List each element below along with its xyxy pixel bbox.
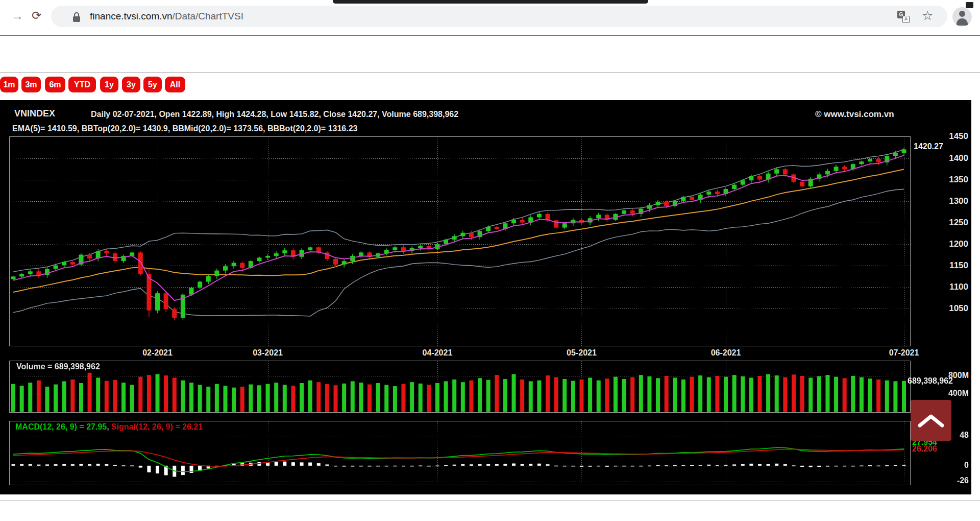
price-axis: 145014001350130012501200115011001050 (911, 100, 971, 346)
x-axis-month-label: 02-2021 (142, 348, 173, 358)
volume-chart-canvas[interactable] (10, 361, 910, 412)
page-bottom-divider (0, 501, 980, 501)
price-axis-label: 1150 (912, 260, 968, 271)
range-3m-button[interactable]: 3m (21, 77, 41, 92)
chart-symbol-title: VNINDEX (14, 108, 55, 119)
scroll-to-top-button[interactable] (911, 400, 951, 441)
translate-icon[interactable]: G A (897, 11, 910, 23)
price-chart-canvas[interactable] (10, 137, 910, 346)
volume-panel (9, 361, 911, 413)
range-1m-button[interactable]: 1m (0, 77, 18, 92)
url-domain: finance.tvsi.com.vn (90, 11, 173, 21)
range-1y-button[interactable]: 1y (100, 77, 118, 92)
price-axis-label: 1200 (912, 239, 968, 249)
price-axis-label: 1450 (912, 131, 968, 141)
x-axis-month-label: 03-2021 (253, 348, 283, 358)
chart-indicator-readout: EMA(5)= 1410.59, BBTop(20,2.0)= 1430.9, … (12, 124, 357, 133)
copyright-label: © www.tvsi.com.vn (815, 109, 894, 120)
price-axis-label: 1250 (912, 218, 968, 228)
volume-current-label: 689,398,962 (908, 376, 953, 386)
lock-icon[interactable] (72, 12, 81, 25)
range-ytd-button[interactable]: YTD (68, 77, 96, 92)
x-axis-month-label: 05-2021 (567, 348, 597, 358)
avatar-body (957, 18, 968, 26)
price-axis-label: 1100 (912, 282, 968, 292)
macd-title: MACD(12, 26, 9) = 27.95, Signal(12, 26, … (15, 422, 203, 432)
macd-title-separator: , (107, 422, 111, 431)
signal-title-value: Signal(12, 26, 9) = 26.21 (111, 422, 203, 431)
macd-axis-zero-label: 0 (929, 461, 969, 470)
macd-title-value: MACD(12, 26, 9) = 27.95 (15, 422, 107, 431)
x-axis: 02-202103-202104-202105-202106-202107-20… (10, 348, 910, 360)
volume-axis-400m-label: 400M (929, 389, 969, 398)
browser-chrome: → ⟳ finance.tvsi.com.vn/Data/ChartTVSI G… (0, 0, 980, 36)
url-path: /Data/ChartTVSI (173, 11, 243, 21)
chart-toolbar: Symbol: Draw Daily Type: Candlesticks Se… (0, 36, 980, 73)
range-all-button[interactable]: All (165, 77, 185, 92)
range-5y-button[interactable]: 5y (143, 77, 162, 92)
avatar-head (959, 11, 965, 17)
last-price-label: 1420.27 (914, 142, 943, 151)
price-axis-label: 1050 (912, 303, 968, 314)
range-3y-button[interactable]: 3y (122, 77, 140, 92)
chart-ohlc-readout: Daily 02-07-2021, Open 1422.89, High 142… (91, 110, 458, 119)
x-axis-month-label: 06-2021 (711, 348, 741, 358)
price-axis-label: 1400 (912, 153, 968, 163)
reload-icon[interactable]: ⟳ (32, 9, 41, 22)
url-text[interactable]: finance.tvsi.com.vn/Data/ChartTVSI (90, 11, 243, 22)
volume-title: Volume = 689,398,962 (16, 362, 100, 371)
x-axis-month-label: 07-2021 (889, 348, 919, 358)
chevron-up-icon (917, 413, 945, 428)
bookmark-star-icon[interactable]: ☆ (922, 8, 933, 23)
macd-axis-low-label: -26 (929, 476, 969, 485)
translate-icon-front: A (902, 16, 910, 23)
signal-current-label: 26.206 (912, 444, 937, 454)
time-range-bar: 1m 3m 6m YTD 1y 3y 5y All (0, 73, 980, 100)
forward-icon[interactable]: → (11, 9, 23, 23)
x-axis-month-label: 04-2021 (423, 348, 453, 358)
tab-bar-notch (966, 2, 973, 8)
tab-bar-remnant (333, 0, 648, 4)
range-6m-button[interactable]: 6m (45, 77, 65, 92)
price-axis-label: 1350 (912, 175, 968, 185)
chart-area: VNINDEX Daily 02-07-2021, Open 1422.89, … (0, 100, 971, 494)
price-axis-label: 1300 (912, 196, 968, 206)
price-panel (9, 136, 911, 346)
profile-avatar[interactable] (952, 7, 972, 27)
